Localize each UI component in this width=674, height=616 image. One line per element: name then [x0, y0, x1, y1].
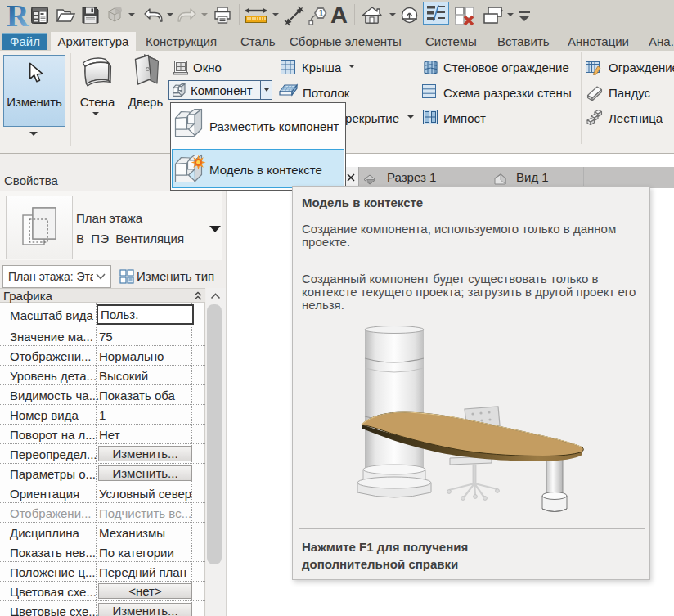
- svg-text:1: 1: [318, 8, 324, 18]
- svg-text:R: R: [7, 0, 29, 33]
